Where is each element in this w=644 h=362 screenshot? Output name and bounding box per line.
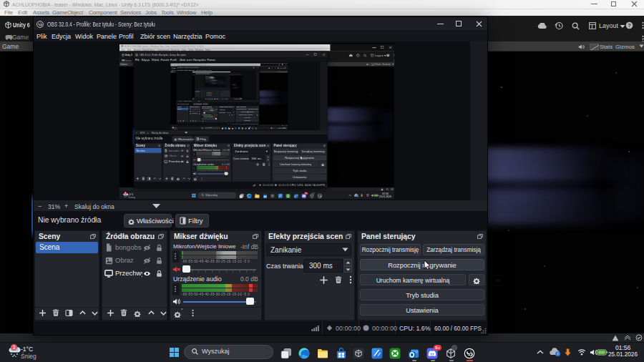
svg-text:?: ? — [628, 22, 631, 29]
svg-text:?: ? — [387, 54, 389, 57]
svg-text:?: ? — [285, 68, 286, 69]
